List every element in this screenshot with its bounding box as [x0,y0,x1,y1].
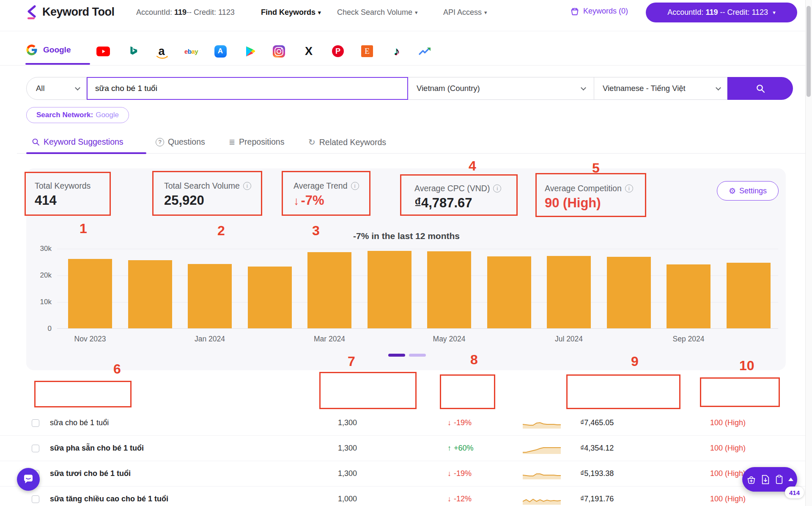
list-icon: ≣ [229,138,235,147]
stat-total-search-volume-value: 25,920 [164,193,251,208]
search-volume-cell: 1,300 [272,418,357,427]
platform-tab-google-trends[interactable] [418,45,432,58]
carousel-dot[interactable] [409,354,426,357]
chevron-down-icon: ▾ [318,9,321,16]
chart-bar-oct-2024 [727,263,771,328]
ebay-icon: ebay [184,48,198,55]
account-credit-button[interactable]: AccountId: 119 -- Credit: 1123 ▾ [646,3,797,22]
info-icon[interactable]: i [625,184,633,192]
tab-prepositions[interactable]: ≣Prepositions [229,137,284,147]
keyword-cell[interactable]: sữa cho bé 1 tuổi [50,418,109,427]
nav-api-access[interactable]: API Access▾ [443,8,487,17]
platform-tab-google[interactable]: Google [25,44,71,56]
chart-bar-sep-2024 [667,264,710,328]
platform-tab-bing[interactable] [126,45,140,58]
platform-tab-amazon[interactable]: a [155,45,168,58]
keywords-count-badge: 414 [785,487,804,498]
chart-bar-mar-2024 [307,252,351,328]
info-icon[interactable]: i [351,182,359,190]
search-button[interactable] [727,77,793,100]
row-checkbox[interactable] [32,495,39,503]
platform-tab-etsy[interactable]: E [360,45,374,58]
search-icon [755,83,765,94]
app-title: Keyword Tool [42,6,115,19]
trend-cell: ↓-19% [447,418,472,427]
keyword-cell[interactable]: sữa tăng chiều cao cho bé 1 tuổi [50,495,168,503]
trend-sparkline [523,443,561,454]
chart-bar-jun-2024 [487,256,531,328]
keywords-basket-button[interactable]: Keywords (0) [570,6,628,16]
competition-cell: 100 (High) [710,418,746,427]
pinterest-icon: P [332,45,344,57]
stat-average-trend: Average Trendi ↓-7% [294,181,359,208]
search-network-pill[interactable]: Search Network:Google [26,107,129,123]
google-trends-icon [419,47,431,56]
trend-sparkline [523,417,561,429]
nav-check-search-volume[interactable]: Check Search Volume▾ [337,8,418,17]
table-row: sữa cho bé 1 tuổi1,300↓-19%₫7,465.05100 … [0,410,805,436]
platform-tab-ebay[interactable]: ebay [182,45,200,58]
nav-find-keywords[interactable]: Find Keywords▾ [261,8,321,17]
x-axis-label: Sep 2024 [659,335,718,344]
table-row: sữa pha sẵn cho bé 1 tuổi1,300↑+60%₫4,35… [0,436,805,461]
platform-tab-pinterest[interactable]: P [331,45,345,58]
stat-total-keywords-value: 414 [35,193,91,208]
x-axis-label: Jul 2024 [539,335,598,344]
search-volume-cell: 1,300 [272,469,357,478]
trend-arrow-icon: ↓ [447,469,451,478]
info-icon[interactable]: i [243,182,251,190]
trend-sparkline [523,468,561,480]
tiktok-icon: ♪ [394,45,400,58]
country-select[interactable]: Vietnam (Country) [408,77,594,100]
language-select[interactable]: Vietnamese - Tiếng Việt [594,77,727,100]
platform-tab-google-label: Google [43,45,71,55]
x-axis-label: Nov 2023 [60,335,120,344]
info-icon[interactable]: i [493,184,501,192]
row-checkbox[interactable] [32,445,39,452]
copy-to-clipboard-icon [775,475,784,484]
refresh-icon: ↻ [308,137,315,147]
stat-total-search-volume: Total Search Volumei 25,920 [164,181,251,208]
keywords-basket-label: Keywords (0) [583,7,628,16]
chart-plot: Nov 2023Jan 2024Mar 2024May 2024Jul 2024… [57,249,778,329]
x-axis-label: May 2024 [420,335,479,344]
tab-related-keywords[interactable]: ↻Related Keywords [308,137,386,147]
platform-tab-x[interactable]: X [302,45,315,58]
chart-bar-may-2024 [427,251,471,328]
tab-questions[interactable]: ?Questions [156,137,205,147]
chevron-down-icon [716,85,721,91]
settings-button[interactable]: ⚙Settings [717,181,779,201]
carousel-dot-active[interactable] [388,354,405,357]
search-scope-select[interactable]: All [26,77,87,100]
scrollbar-thumb[interactable] [807,6,811,97]
trend-arrow-icon: ↓ [447,495,451,503]
row-checkbox[interactable] [32,419,39,427]
chat-launcher-button[interactable] [17,468,40,491]
stat-average-competition: Average Competitioni 90 (High) [545,184,633,211]
chevron-down-icon [581,85,586,91]
search-icon [32,138,40,146]
x-axis-label: Mar 2024 [300,335,359,344]
platform-tab-instagram[interactable] [272,45,285,58]
tab-keyword-suggestions[interactable]: Keyword Suggestions [32,137,123,147]
search-input[interactable] [87,77,408,100]
platform-tab-youtube[interactable] [96,45,110,58]
table-body: sữa cho bé 1 tuổi1,300↓-19%₫7,465.05100 … [0,410,805,506]
stat-average-competition-value: 90 (High) [545,195,633,211]
keyword-cell[interactable]: sữa tươi cho bé 1 tuổi [50,469,131,478]
question-icon: ? [156,138,164,146]
platform-tab-tiktok[interactable]: ♪ [390,45,403,58]
table-header: Keywordsi ↓ Search Volumei Trendi Averag… [0,379,805,410]
instagram-icon [273,45,285,58]
cpc-cell: ₫4,354.12 [580,444,614,453]
cpc-cell: ₫7,191.76 [580,495,614,503]
chevron-down-icon: ▾ [415,9,418,16]
platform-tab-google-play[interactable] [244,45,257,58]
platform-tab-app-store[interactable]: A [214,45,227,58]
y-axis-tick: 0 [26,324,52,333]
trend-cell: ↑+60% [447,444,474,453]
export-file-icon [761,475,770,484]
active-platform-underline [25,63,90,65]
basket-icon [570,6,579,16]
keyword-cell[interactable]: sữa pha sẵn cho bé 1 tuổi [50,444,144,453]
